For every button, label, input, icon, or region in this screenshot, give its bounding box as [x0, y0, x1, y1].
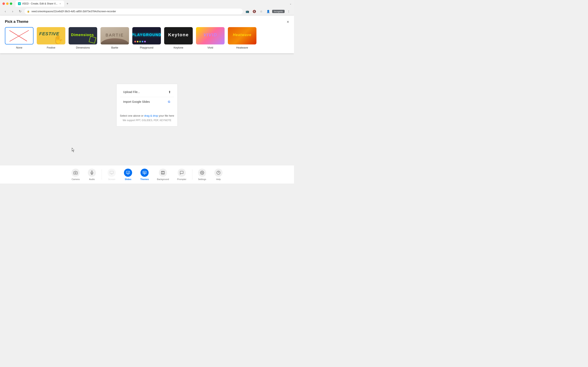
maximize-window-button[interactable]: [10, 2, 12, 5]
playground-dot-yellow: [137, 41, 138, 42]
audio-icon: [90, 171, 94, 175]
toolbar-item-background[interactable]: Background: [153, 167, 173, 182]
browser-chrome: V VEED - Create, Edit & Share V... × + ⌄…: [0, 0, 294, 16]
settings-icon: [200, 171, 204, 175]
supported-formats: We support PPT, GSLIDES, PDF, KEYNOTE: [120, 118, 174, 122]
theme-preview-playground: PLAYGROUND: [132, 27, 161, 44]
toolbar-item-audio[interactable]: Audio: [84, 167, 100, 182]
playground-dot-purple: [144, 41, 146, 42]
theme-label-heatwave: Heatwave: [236, 46, 248, 49]
background-icon: [161, 171, 165, 175]
svg-line-0: [9, 30, 27, 41]
svg-point-1: [75, 172, 76, 174]
tab-title: VEED - Create, Edit & Share V...: [22, 2, 58, 5]
address-bar[interactable]: 🔒 veed.io/workspaces/22ce6d2f-38c5-4df1-…: [25, 8, 243, 14]
bartie-hills: [100, 38, 129, 44]
tab-favicon: V: [18, 2, 21, 5]
theme-item-heatwave[interactable]: Heatwave Heatwave: [228, 27, 256, 49]
theme-label-none: None: [16, 46, 22, 49]
browser-expand-button[interactable]: ⌄: [290, 2, 292, 5]
theme-picker-modal: Pick a Theme × None FESTIVE 🤚: [0, 16, 294, 53]
page-content: Pick a Theme × None FESTIVE 🤚: [0, 16, 294, 184]
slides-icon: [126, 171, 130, 175]
toolbar-item-settings[interactable]: Settings: [194, 167, 210, 182]
theme-label-bartie: Bartie: [111, 46, 118, 49]
dimensions-shape: [89, 36, 96, 44]
theme-item-none[interactable]: None: [5, 27, 34, 49]
refresh-button[interactable]: ↻: [17, 8, 23, 14]
back-button[interactable]: ‹: [2, 8, 8, 14]
helper-text-1: Select one above or: [120, 114, 144, 117]
toolbar-item-slides[interactable]: Slides: [120, 167, 136, 182]
toolbar-item-themes[interactable]: Themes: [136, 167, 153, 182]
screen-icon: [110, 171, 114, 175]
tab-close-button[interactable]: ×: [59, 2, 62, 5]
none-cross-svg: [5, 27, 33, 44]
forward-button[interactable]: ›: [10, 8, 16, 14]
google-icon: G: [167, 100, 171, 104]
new-tab-button[interactable]: +: [65, 1, 70, 6]
main-content-area: Upload File... ⬆ Import Google Slides G …: [0, 45, 294, 165]
theme-preview-festive: FESTIVE 🤚: [37, 27, 65, 44]
prompter-label: Prompter: [177, 178, 186, 180]
svg-rect-4: [110, 171, 113, 174]
toolbar-item-prompter[interactable]: Prompter: [173, 167, 190, 182]
helper-text-2: your file here: [158, 114, 174, 117]
playground-dot-blue: [142, 41, 143, 42]
svg-point-9: [144, 172, 144, 173]
svg-point-11: [201, 172, 203, 173]
minimize-window-button[interactable]: [6, 2, 9, 5]
browser-titlebar: V VEED - Create, Edit & Share V... × + ⌄: [0, 0, 294, 7]
camera-icon-circle: [71, 169, 80, 177]
themes-icon: [143, 171, 147, 175]
close-window-button[interactable]: [2, 2, 5, 5]
heatwave-text: Heatwave: [233, 33, 251, 37]
theme-item-bartie[interactable]: BARTIE Bartie: [100, 27, 129, 49]
menu-button[interactable]: ⋮: [286, 8, 292, 14]
bottom-toolbar: Camera Audio: [0, 165, 294, 184]
vivid-text: VIVID: [203, 32, 217, 38]
incognito-badge: Incognito: [272, 10, 285, 13]
themes-icon-circle: [140, 169, 149, 177]
browser-toolbar: ‹ › ↻ 🔒 veed.io/workspaces/22ce6d2f-38c5…: [0, 7, 294, 16]
theme-label-keytone: Keytone: [173, 46, 183, 49]
theme-label-playground: Playground: [140, 46, 153, 49]
help-icon: [216, 171, 221, 175]
settings-label: Settings: [198, 178, 206, 180]
drag-drop-link: drag & drop: [144, 114, 158, 117]
theme-item-playground[interactable]: PLAYGROUND Playground: [132, 27, 161, 49]
toolbar-item-help[interactable]: Help: [210, 167, 227, 182]
import-google-slides-button[interactable]: Import Google Slides G: [120, 97, 174, 106]
theme-label-vivid: Vivid: [208, 46, 213, 49]
theme-grid: None FESTIVE 🤚 Festive Dimensions Dimens…: [5, 27, 289, 49]
cast-button[interactable]: 📺: [244, 8, 250, 14]
help-label: Help: [216, 178, 221, 180]
modal-header: Pick a Theme ×: [5, 20, 289, 24]
bookmark-button[interactable]: ☆: [258, 8, 264, 14]
upload-file-label: Upload File...: [123, 90, 140, 94]
theme-item-festive[interactable]: FESTIVE 🤚 Festive: [37, 27, 65, 49]
browser-tab-active[interactable]: V VEED - Create, Edit & Share V... ×: [16, 1, 64, 7]
theme-preview-none: [5, 27, 34, 44]
screen-label: Screen: [108, 178, 115, 180]
theme-item-keytone[interactable]: Keytone Keytone: [164, 27, 193, 49]
mute-button[interactable]: 🔇: [251, 8, 257, 14]
theme-preview-heatwave: Heatwave: [228, 27, 256, 44]
playground-dots: [134, 41, 146, 42]
browser-tabs: V VEED - Create, Edit & Share V... × +: [16, 1, 288, 7]
playground-dot-red: [134, 41, 136, 42]
festive-hand: 🤚: [53, 35, 63, 44]
background-label: Background: [157, 178, 169, 180]
theme-preview-vivid: VIVID: [196, 27, 225, 44]
upload-file-button[interactable]: Upload File... ⬆: [120, 87, 174, 97]
theme-item-dimensions[interactable]: Dimensions Dimensions: [69, 27, 97, 49]
toolbar-item-screen[interactable]: Screen: [104, 167, 120, 182]
modal-close-button[interactable]: ×: [287, 20, 289, 24]
toolbar-item-camera[interactable]: Camera: [67, 167, 84, 182]
theme-item-vivid[interactable]: VIVID Vivid: [196, 27, 225, 49]
prompter-icon-circle: [178, 169, 186, 177]
profile-button[interactable]: 👤: [265, 8, 271, 14]
toolbar-divider-2: [192, 169, 192, 180]
upload-helper: Select one above or drag & drop your fil…: [117, 110, 177, 126]
theme-preview-dimensions: Dimensions: [69, 27, 97, 44]
